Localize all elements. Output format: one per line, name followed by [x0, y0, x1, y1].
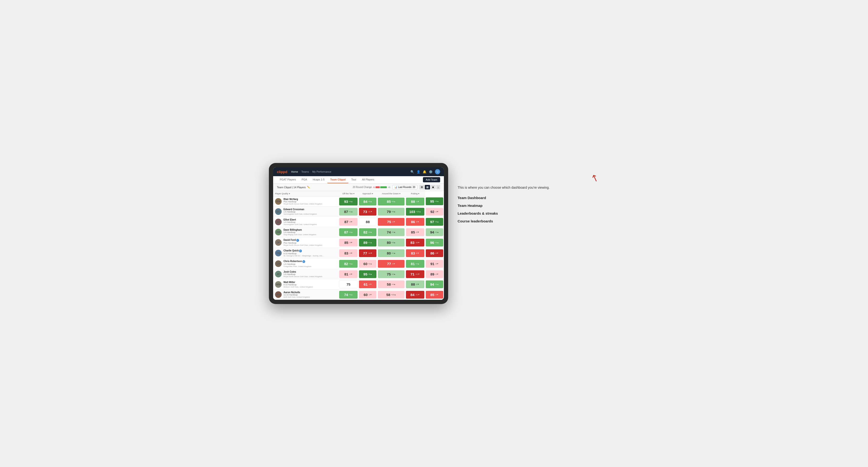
table-row[interactable]: JC Josh Coles 1-5 Handicap Royal North D… [273, 269, 444, 279]
metric-value: 77 [363, 251, 367, 255]
metric-inner: 77 -14▼ [359, 249, 376, 257]
metric-cell-off_tee: 89 +7▲ [358, 237, 377, 248]
table-row[interactable]: CR Chris Robertson✓ 1-5 Handicap Craigmi… [273, 258, 444, 269]
view-sort-button[interactable]: ↕ [436, 185, 440, 189]
metric-cell-around_green: 88 -1▼ [405, 196, 425, 207]
last-rounds-icon: 📊 [394, 186, 397, 188]
player-cell: DF David Ford✓ Plus Handicap Royal North… [273, 237, 338, 248]
metric-value: 89 [364, 241, 368, 245]
metric-value: 103 [409, 210, 415, 214]
metric-cell-around_green: 84 -21▼ [405, 290, 425, 300]
subnav-tabs: PGAT Players PGA Hcaps 1-5 Team Clippd T… [277, 176, 377, 183]
player-info: Aaron Nicholls 11-15 Handicap Drift Golf… [283, 291, 310, 298]
metric-inner: 87 +4▲ [339, 228, 358, 236]
nav-teams[interactable]: Teams [302, 170, 309, 173]
metric-value: 84 [364, 199, 368, 204]
player-handicap: Plus Handicap [283, 200, 322, 203]
metric-value: 88 [411, 199, 415, 204]
player-avatar: JC [275, 271, 282, 277]
player-info: David Ford✓ Plus Handicap Royal North De… [283, 239, 322, 246]
ipad-frame: clippd Home Teams My Performance 🔍 👤 🔔 ⚙… [269, 163, 448, 304]
metric-cell-off_tee: 95 +8▲ [358, 269, 377, 279]
tab-hcaps[interactable]: Hcaps 1-5 [310, 176, 328, 183]
metric-cell-player_quality: 82 +3▲ [338, 258, 358, 269]
metric-inner: 60 +2▲ [359, 260, 376, 268]
player-name: David Ford✓ [283, 239, 322, 242]
verified-badge: ✓ [296, 239, 299, 242]
table-row[interactable]: BM Blair McHarg Plus Handicap Royal Nort… [273, 196, 444, 207]
player-avatar: EC [275, 208, 282, 215]
table-row[interactable]: DB Dave Billingham 1-5 Handicap Gog Mago… [273, 227, 444, 237]
metric-cell-approach: 58 +10▲ [377, 290, 405, 300]
metric-cell-approach: 75 +2▲ [377, 269, 405, 279]
table-row[interactable]: DF David Ford✓ Plus Handicap Royal North… [273, 237, 444, 248]
player-info: Blair McHarg Plus Handicap Royal North D… [283, 198, 322, 205]
add-team-button[interactable]: Add Team [423, 177, 440, 182]
metric-inner: 82 +4▲ [359, 228, 376, 236]
view-chart-button[interactable]: ♟ [431, 185, 436, 189]
metric-value: 91 [431, 262, 434, 266]
tab-tour[interactable]: Tour [348, 176, 359, 183]
table-row[interactable]: EE Elliot Ebert 1-5 Handicap Sunningdale… [273, 217, 444, 227]
player-cell: AN Aaron Nicholls 11-15 Handicap Drift G… [273, 290, 338, 300]
player-club: Royal North Devon Golf Club, United King… [283, 244, 322, 246]
metric-cell-around_green: 83 -6▼ [405, 248, 425, 258]
metric-inner: 83 -3▼ [339, 249, 358, 257]
metric-value: 74 [344, 293, 348, 297]
nav-home[interactable]: Home [291, 170, 298, 173]
player-avatar: CQ [275, 250, 282, 256]
player-name: Dave Billingham [283, 228, 316, 231]
metric-cell-approach: 80 +3▲ [377, 237, 405, 248]
metric-inner: 95 +8▲ [359, 270, 376, 278]
metric-cell-off_tee: 60 +2▲ [358, 258, 377, 269]
player-avatar: EE [275, 219, 282, 225]
nav-my-performance[interactable]: My Performance [312, 170, 331, 173]
player-info: Dave Billingham 1-5 Handicap Gog Magog G… [283, 228, 316, 236]
metric-value: 77 [387, 262, 391, 266]
bar-red [375, 186, 380, 188]
metric-value: 87 [344, 230, 348, 234]
metric-value: 75 [387, 220, 391, 224]
verified-badge: ✓ [302, 260, 305, 263]
metric-inner: 75 +2▲ [378, 270, 404, 278]
last-rounds-button[interactable]: 📊 Last Rounds: 20 [392, 185, 417, 189]
view-heatmap-button[interactable]: ▦ [425, 185, 430, 189]
navbar-brand: clippd Home Teams My Performance [277, 170, 331, 174]
table-row[interactable]: CQ Charlie Quick✓ 6-10 Handicap St. Geor… [273, 248, 444, 258]
metric-inner: 97 +5▲ [426, 218, 443, 226]
bell-icon[interactable]: 🔔 [423, 170, 427, 174]
player-avatar: MM [275, 281, 282, 288]
metric-value: 88 [366, 220, 370, 224]
table-row[interactable]: AN Aaron Nicholls 11-15 Handicap Drift G… [273, 290, 444, 300]
tab-pgat-players[interactable]: PGAT Players [277, 176, 299, 183]
player-name: Edward Crossman [283, 208, 317, 211]
metric-inner: 86 -8▼ [426, 249, 443, 257]
annotation-panel: ↗ This is where you can choose which das… [458, 163, 599, 223]
view-grid-button[interactable]: ⊞ [420, 185, 424, 189]
user-avatar[interactable]: U [435, 169, 440, 174]
metric-inner: 81 +4▲ [406, 260, 424, 268]
player-name: Chris Robertson✓ [283, 260, 311, 263]
metric-value: 97 [430, 220, 434, 224]
table-row[interactable]: EC Edward Crossman 1-5 Handicap Sunningd… [273, 207, 444, 217]
team-controls: 20 Round Change -5 +5 📊 Last Rounds: 20 [352, 185, 440, 189]
table-row[interactable]: MM Matt Miller 6-10 Handicap Woburn Golf… [273, 279, 444, 290]
metric-cell-putting: 94 +3▲ [425, 279, 444, 290]
metric-inner: 92 -3▼ [426, 208, 443, 216]
change-plus: +5 [388, 186, 390, 188]
tab-pga[interactable]: PGA [299, 176, 310, 183]
metric-value: 92 [431, 210, 434, 214]
metric-cell-off_tee: 82 +4▲ [358, 227, 377, 237]
metric-inner: 85 +8▲ [378, 198, 404, 206]
settings-icon[interactable]: ⚙️ [429, 170, 433, 174]
tab-team-clippd[interactable]: Team Clippd [328, 176, 348, 183]
person-icon[interactable]: 👤 [416, 170, 420, 174]
tab-all-players[interactable]: All Players [359, 176, 377, 183]
annotation-item-course: Course leaderboards [458, 219, 599, 223]
search-icon[interactable]: 🔍 [410, 170, 414, 174]
edit-icon[interactable]: ✏️ [307, 186, 310, 188]
player-handicap: Plus Handicap [283, 242, 322, 244]
team-header: Team Clippd | 14 Players ✏️ 20 Round Cha… [273, 184, 444, 191]
player-info: Elliot Ebert 1-5 Handicap Sunningdale Go… [283, 218, 317, 225]
change-minus: -5 [373, 186, 375, 188]
